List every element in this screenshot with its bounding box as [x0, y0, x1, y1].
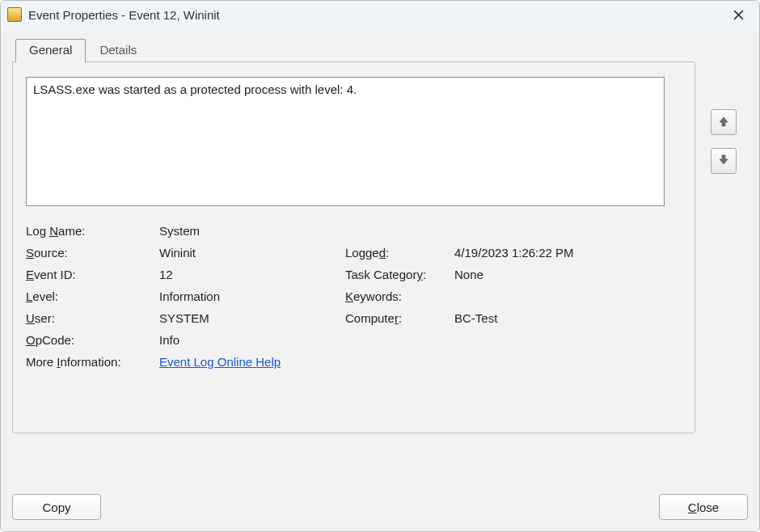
- tab-panel-general: LSASS.exe was started as a protected pro…: [12, 61, 695, 433]
- label-log-name: Log Name:: [26, 224, 159, 238]
- event-description[interactable]: LSASS.exe was started as a protected pro…: [26, 77, 665, 206]
- label-opcode: OpCode:: [26, 333, 159, 347]
- label-computer: Computer:: [345, 311, 454, 325]
- close-icon[interactable]: [724, 3, 753, 26]
- value-level: Information: [159, 289, 345, 303]
- next-event-button[interactable]: [711, 148, 737, 174]
- label-logged: Logged:: [345, 246, 454, 260]
- arrow-down-icon: [718, 154, 729, 168]
- label-task-category: Task Category:: [345, 268, 454, 281]
- label-user: User:: [26, 311, 159, 325]
- event-fields: Log Name: System Source: Wininit Logged:…: [26, 224, 682, 369]
- label-source: Source:: [26, 246, 159, 260]
- label-level: Level:: [26, 289, 159, 303]
- value-user: SYSTEM: [159, 311, 345, 325]
- value-task-category: None: [454, 268, 640, 281]
- title-bar: Event Properties - Event 12, Wininit: [1, 1, 759, 29]
- tab-strip: General Details: [15, 38, 748, 61]
- label-keywords: Keywords:: [345, 289, 454, 303]
- value-log-name: System: [159, 224, 345, 238]
- tab-general[interactable]: General: [15, 39, 86, 62]
- arrow-up-icon: [718, 116, 729, 129]
- value-source: Wininit: [159, 246, 345, 260]
- value-opcode: Info: [159, 333, 345, 347]
- tab-details[interactable]: Details: [86, 39, 150, 62]
- client-area: General Details LSASS.exe was started as…: [1, 28, 759, 531]
- link-event-log-online-help[interactable]: Event Log Online Help: [159, 355, 281, 369]
- value-event-id: 12: [159, 268, 345, 281]
- copy-button[interactable]: Copy: [12, 494, 101, 520]
- dialog-footer: Copy Close: [12, 494, 748, 520]
- label-more-info: More Information:: [26, 355, 159, 369]
- value-computer: BC-Test: [454, 311, 640, 325]
- label-event-id: Event ID:: [26, 268, 159, 281]
- app-icon: [7, 7, 22, 22]
- close-button[interactable]: Close: [659, 494, 748, 520]
- window-title: Event Properties - Event 12, Wininit: [28, 8, 724, 22]
- value-logged: 4/19/2023 1:26:22 PM: [454, 246, 640, 260]
- previous-event-button[interactable]: [711, 109, 737, 135]
